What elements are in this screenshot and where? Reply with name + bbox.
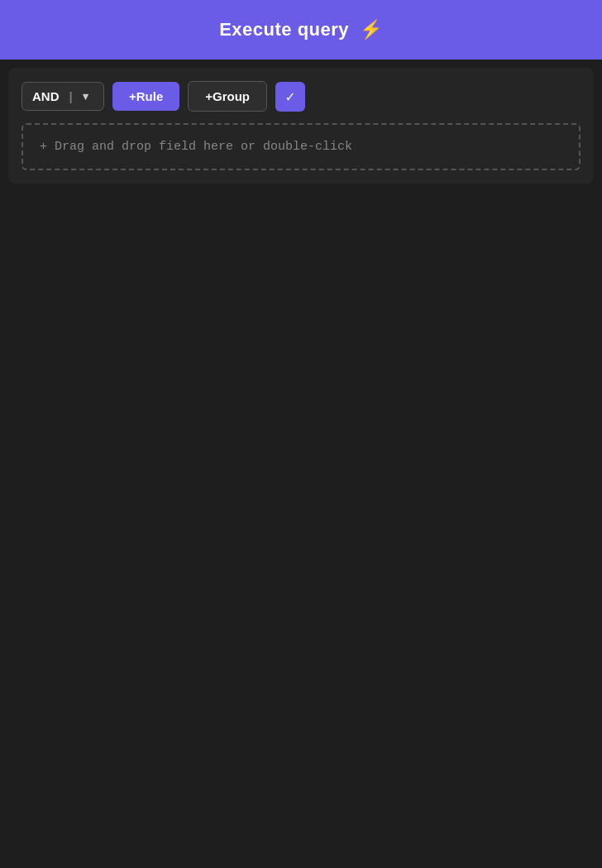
checkmark-icon: ✓ [286,88,295,106]
execute-query-label: Execute query ⚡ [219,19,383,41]
enable-checkbox[interactable]: ✓ [275,82,305,112]
and-dropdown[interactable]: AND | ▾ [22,82,104,111]
chevron-down-icon: ▾ [83,90,88,103]
divider: | [69,89,73,103]
and-label: AND [32,89,60,103]
toolbar: AND | ▾ +Rule +Group ✓ [22,81,580,112]
lightning-icon: ⚡ [360,19,383,40]
drop-zone[interactable]: + Drag and drop field here or double-cli… [22,123,580,170]
query-builder-panel: AND | ▾ +Rule +Group ✓ + Drag and drop f… [8,68,594,184]
add-group-button[interactable]: +Group [188,81,267,112]
drop-zone-text: + Drag and drop field here or double-cli… [40,140,352,154]
add-rule-button[interactable]: +Rule [112,82,179,111]
execute-query-button[interactable]: Execute query ⚡ [0,0,602,60]
